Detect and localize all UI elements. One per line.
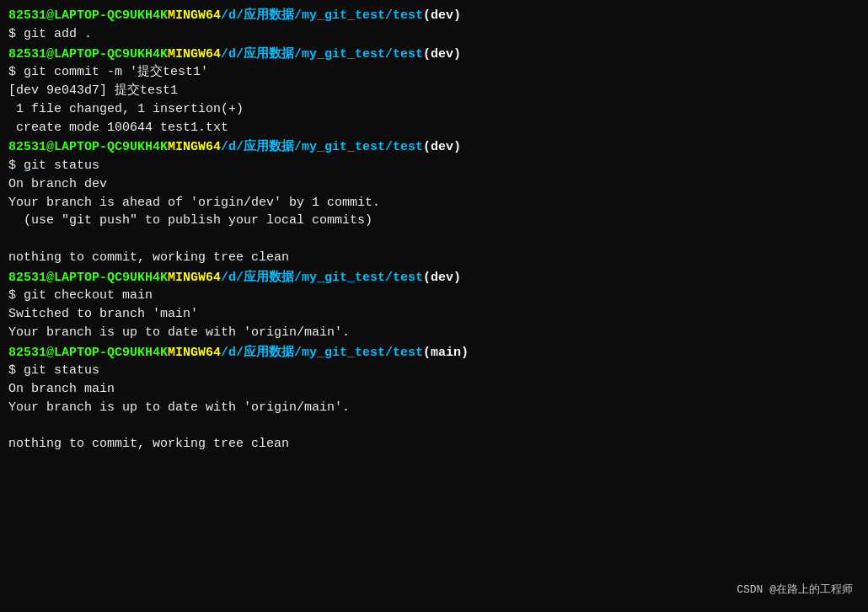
output-2-3: create mode 100644 test1.txt: [8, 119, 860, 137]
branch-5: (main): [423, 344, 469, 362]
cmd-2: $ git commit -m '提交test1': [8, 63, 860, 82]
block-2: 82531@LAPTOP-QC9UKH4K MINGW64 /d/应用数据/my…: [8, 46, 860, 137]
block-4: 82531@LAPTOP-QC9UKH4K MINGW64 /d/应用数据/my…: [8, 269, 860, 342]
block-3: 82531@LAPTOP-QC9UKH4K MINGW64 /d/应用数据/my…: [8, 138, 860, 266]
prompt-line-5: 82531@LAPTOP-QC9UKH4K MINGW64 /d/应用数据/my…: [8, 344, 860, 362]
prompt-line-1: 82531@LAPTOP-QC9UKH4K MINGW64 /d/应用数据/my…: [8, 7, 860, 25]
cmd-4: $ git checkout main: [8, 287, 860, 305]
path-3: /d/应用数据/my_git_test/test: [221, 138, 423, 157]
output-5-3: nothing to commit, working tree clean: [8, 435, 860, 454]
cmd-1: $ git add .: [8, 25, 860, 44]
output-3-3: (use "git push" to publish your local co…: [8, 212, 860, 230]
mingw-4: MINGW64: [168, 269, 221, 287]
block-1: 82531@LAPTOP-QC9UKH4K MINGW64 /d/应用数据/my…: [8, 7, 860, 44]
user-host-1: 82531@LAPTOP-QC9UKH4K: [8, 7, 168, 25]
output-3-1: On branch dev: [8, 175, 860, 194]
output-5-1: On branch main: [8, 380, 860, 399]
cmd-3: $ git status: [8, 157, 860, 175]
output-4-2: Your branch is up to date with 'origin/m…: [8, 324, 860, 342]
prompt-line-2: 82531@LAPTOP-QC9UKH4K MINGW64 /d/应用数据/my…: [8, 46, 860, 64]
branch-2: (dev): [423, 46, 461, 64]
output-3-2: Your branch is ahead of 'origin/dev' by …: [8, 194, 860, 212]
output-2-1: [dev 9e043d7] 提交test1: [8, 82, 860, 100]
cmd-5: $ git status: [8, 362, 860, 380]
mingw-2: MINGW64: [168, 46, 221, 64]
path-4: /d/应用数据/my_git_test/test: [221, 269, 423, 287]
output-5-2: Your branch is up to date with 'origin/m…: [8, 399, 860, 417]
output-4-1: Switched to branch 'main': [8, 305, 860, 324]
user-host-5: 82531@LAPTOP-QC9UKH4K: [8, 344, 168, 362]
path-1: /d/应用数据/my_git_test/test: [221, 7, 423, 25]
branch-4: (dev): [423, 269, 461, 287]
output-5-blank: [8, 417, 860, 436]
mingw-1: MINGW64: [168, 7, 221, 25]
prompt-line-4: 82531@LAPTOP-QC9UKH4K MINGW64 /d/应用数据/my…: [8, 269, 860, 287]
output-2-2: 1 file changed, 1 insertion(+): [8, 100, 860, 119]
path-5: /d/应用数据/my_git_test/test: [221, 344, 423, 362]
user-host-3: 82531@LAPTOP-QC9UKH4K: [8, 138, 168, 157]
branch-1: (dev): [423, 7, 461, 25]
output-3-blank: [8, 230, 860, 249]
mingw-5: MINGW64: [168, 344, 221, 362]
terminal: 82531@LAPTOP-QC9UKH4K MINGW64 /d/应用数据/my…: [8, 7, 860, 604]
user-host-4: 82531@LAPTOP-QC9UKH4K: [8, 269, 168, 287]
path-2: /d/应用数据/my_git_test/test: [221, 46, 423, 64]
watermark: CSDN @在路上的工程师: [737, 582, 853, 599]
prompt-line-3: 82531@LAPTOP-QC9UKH4K MINGW64 /d/应用数据/my…: [8, 138, 860, 157]
branch-3: (dev): [423, 138, 461, 157]
block-5: 82531@LAPTOP-QC9UKH4K MINGW64 /d/应用数据/my…: [8, 344, 860, 454]
mingw-3: MINGW64: [168, 138, 221, 157]
output-3-4: nothing to commit, working tree clean: [8, 249, 860, 267]
user-host-2: 82531@LAPTOP-QC9UKH4K: [8, 46, 168, 64]
